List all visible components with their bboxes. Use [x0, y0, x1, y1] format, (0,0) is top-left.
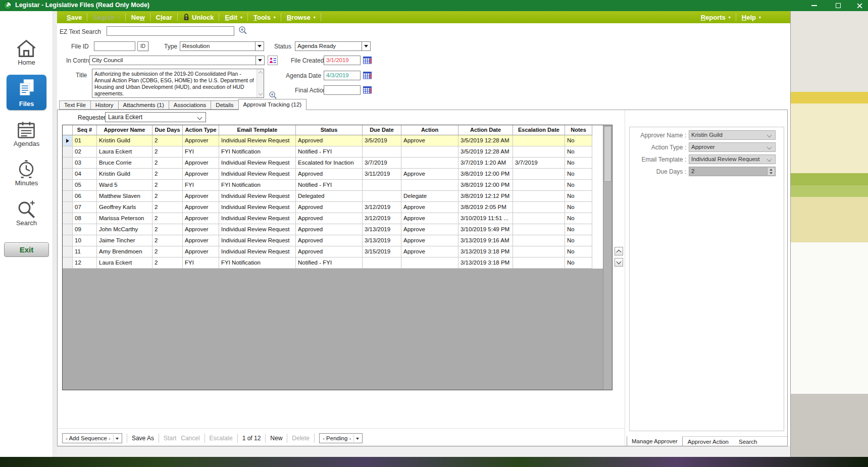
sidebar-item-minutes[interactable]: [16, 160, 37, 181]
menu-item-help[interactable]: Help▾: [736, 11, 767, 23]
file-created-input[interactable]: 3/1/2019: [324, 56, 361, 65]
tab-text-file[interactable]: Text File: [59, 100, 90, 110]
column-header-seq[interactable]: Seq #: [73, 125, 97, 135]
menu-item-browse[interactable]: Browse▾: [281, 11, 321, 23]
table-row[interactable]: 09John McCarthy2ApproverIndividual Revie…: [63, 224, 612, 235]
exit-button[interactable]: Exit: [4, 242, 49, 257]
start-button[interactable]: Start: [164, 435, 176, 442]
row-selector-cell[interactable]: [63, 213, 73, 224]
sidebar-item-files[interactable]: Files: [7, 75, 46, 110]
dropdown-arrow-icon[interactable]: [362, 42, 370, 50]
scroll-down-icon[interactable]: [258, 91, 262, 95]
menu-item-search[interactable]: Search▾: [87, 11, 125, 23]
agenda-date-input[interactable]: 4/3/2019: [324, 71, 361, 80]
final-action-input[interactable]: [324, 85, 361, 95]
tab-associations[interactable]: Associations: [169, 100, 211, 110]
table-row[interactable]: 04Kristin Guild2ApproverIndividual Revie…: [63, 169, 612, 180]
menu-item-tools[interactable]: Tools▾: [248, 11, 281, 23]
sidebar-label-home[interactable]: Home: [0, 59, 53, 66]
title-textarea[interactable]: Authorizing the submission of the 2019-2…: [92, 69, 264, 98]
menu-item-unlock[interactable]: Unlock: [178, 11, 219, 23]
row-selector-cell[interactable]: [63, 202, 73, 213]
table-row[interactable]: 03Bruce Corrie2ApproverIndividual Review…: [63, 158, 612, 169]
row-selector-cell[interactable]: [63, 246, 73, 257]
person-list-button[interactable]: [268, 56, 278, 65]
move-up-button[interactable]: [615, 247, 623, 255]
type-dropdown[interactable]: Resolution: [180, 41, 264, 51]
agenda-date-calendar-icon[interactable]: [363, 71, 372, 79]
due-days-stepper[interactable]: 2: [689, 167, 776, 176]
panel-tab-approver-action[interactable]: Approver Action: [683, 437, 734, 447]
escalate-button[interactable]: Escalate: [210, 435, 233, 442]
row-selector-cell[interactable]: [63, 235, 73, 246]
pending-dropdown[interactable]: - Pending -: [319, 433, 363, 443]
scroll-up-icon[interactable]: [258, 71, 262, 75]
column-header-action[interactable]: Action: [401, 125, 458, 135]
id-button[interactable]: ID: [137, 41, 148, 51]
menu-item-reports[interactable]: Reports▾: [695, 11, 736, 23]
menu-item-clear[interactable]: Clear: [150, 11, 178, 23]
row-selector-cell[interactable]: [63, 224, 73, 235]
ez-search-magnifier-icon[interactable]: [238, 26, 247, 35]
table-row[interactable]: 05Ward 52FYIFYI NotificationNotified - F…: [63, 180, 612, 191]
dropdown-arrow-icon[interactable]: [256, 56, 264, 65]
tab-details[interactable]: Details: [211, 100, 238, 110]
new-button[interactable]: New: [270, 435, 282, 442]
file-id-input[interactable]: [94, 41, 135, 51]
spinner-arrows-icon[interactable]: [767, 168, 775, 175]
menu-item-edit[interactable]: Edit▾: [219, 11, 248, 23]
column-header-approver-name[interactable]: Approver Name: [97, 125, 152, 135]
row-selector-cell[interactable]: [63, 180, 73, 191]
title-scrollbar[interactable]: [257, 69, 264, 97]
table-row[interactable]: 07Geoffrey Karls2ApproverIndividual Revi…: [63, 202, 612, 213]
dropdown-arrow-icon[interactable]: [255, 42, 264, 50]
approver-name-dropdown[interactable]: Kristin Guild: [689, 130, 776, 140]
table-row[interactable]: 12Laura Eckert2FYIFYI NotificationNotifi…: [63, 257, 612, 269]
cancel-button[interactable]: Cancel: [181, 435, 199, 442]
action-type-dropdown[interactable]: Approver: [689, 142, 776, 152]
sidebar-label-search[interactable]: Search: [0, 219, 53, 227]
tab-attachments-1[interactable]: Attachments (1): [118, 100, 169, 110]
table-row[interactable]: 08Marissa Peterson2ApproverIndividual Re…: [63, 213, 612, 224]
table-row[interactable]: 11Amy Brendmoen2ApproverIndividual Revie…: [63, 246, 612, 257]
row-selector-cell[interactable]: [63, 158, 73, 169]
panel-tab-search[interactable]: Search: [734, 437, 762, 447]
column-header-due-days[interactable]: Due Days: [152, 125, 183, 135]
menu-item-new[interactable]: New: [126, 11, 150, 23]
column-header-status[interactable]: Status: [296, 125, 363, 135]
column-header-email-template[interactable]: Email Template: [219, 125, 296, 135]
title-zoom-icon[interactable]: [269, 91, 277, 99]
menu-item-save[interactable]: Save: [61, 11, 87, 23]
tab-approval-tracking-12[interactable]: Approval Tracking (12): [238, 99, 307, 110]
file-created-calendar-icon[interactable]: [363, 56, 372, 64]
add-sequence-dropdown[interactable]: - Add Sequence -: [62, 433, 122, 443]
row-selector-cell[interactable]: [63, 257, 73, 269]
column-header-notes[interactable]: Notes: [565, 125, 592, 135]
save-as-button[interactable]: Save As: [132, 435, 154, 442]
table-row[interactable]: 06Matthew Slaven2ApproverIndividual Revi…: [63, 191, 612, 202]
move-down-button[interactable]: [615, 258, 623, 267]
scrollbar-thumb[interactable]: [604, 126, 611, 182]
sidebar-label-agendas[interactable]: Agendas: [0, 140, 53, 147]
row-selector-cell[interactable]: [63, 135, 73, 146]
row-selector-cell[interactable]: [63, 191, 73, 202]
final-action-calendar-icon[interactable]: [363, 86, 372, 94]
panel-tab-manage-approver[interactable]: Manage Approver: [627, 436, 683, 446]
close-button[interactable]: [850, 0, 868, 11]
tab-history[interactable]: History: [90, 100, 118, 110]
in-control-dropdown[interactable]: City Council: [89, 56, 265, 65]
table-row[interactable]: 01Kristin Guild2ApproverIndividual Revie…: [63, 135, 612, 146]
column-header-action-type[interactable]: Action Type: [183, 125, 219, 135]
table-row[interactable]: 02Laura Eckert2FYIFYI NotificationNotifi…: [63, 146, 612, 158]
table-row[interactable]: 10Jaime Tincher2ApproverIndividual Revie…: [63, 235, 612, 246]
sidebar-item-agendas[interactable]: [16, 120, 37, 141]
email-template-dropdown[interactable]: Individual Review Request: [689, 154, 776, 164]
column-header-escalation-date[interactable]: Escalation Date: [513, 125, 565, 135]
column-header-action-date[interactable]: Action Date: [458, 125, 513, 135]
row-selector-cell[interactable]: [63, 146, 73, 158]
row-selector-cell[interactable]: [63, 169, 73, 180]
sidebar-item-home[interactable]: [15, 38, 37, 61]
status-dropdown[interactable]: Agenda Ready: [295, 41, 371, 51]
column-header-due-date[interactable]: Due Date: [363, 125, 401, 135]
maximize-button[interactable]: [829, 0, 847, 11]
